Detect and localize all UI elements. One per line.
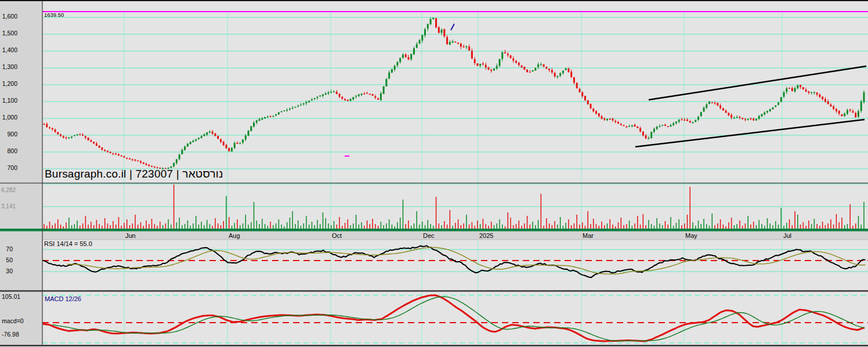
x-axis-label: May bbox=[685, 232, 697, 239]
price-axis-tick: 1,000 bbox=[0, 114, 17, 121]
rsi-title: RSI 14/14 = 55.0 bbox=[44, 240, 92, 247]
x-axis-label: Jun bbox=[125, 232, 136, 239]
macd-zero-label: macd=0 bbox=[2, 318, 24, 325]
x-axis-label: Dec bbox=[423, 232, 435, 239]
rsi-level-30: 30 bbox=[2, 268, 13, 275]
rsi-level-70: 70 bbox=[2, 246, 13, 253]
volume-axis-tick-1: 6,282 bbox=[1, 187, 16, 193]
x-axis-label: Aug bbox=[229, 232, 240, 239]
x-axis-label: 2025 bbox=[479, 232, 493, 239]
price-axis-tick: 800 bbox=[0, 148, 17, 155]
chart-window: 1639.50 Bursagraph.co.il | 723007 | נורס… bbox=[0, 0, 868, 347]
price-axis-tick: 1,500 bbox=[0, 30, 17, 37]
price-axis-tick: 1,100 bbox=[0, 97, 17, 104]
x-axis-label: Oct bbox=[332, 232, 342, 239]
price-axis-tick: 1,200 bbox=[0, 81, 17, 88]
price-axis-tick: 1,300 bbox=[0, 64, 17, 71]
volume-axis-tick-2: 3,141 bbox=[1, 203, 16, 209]
macd-title: MACD 12/26 bbox=[45, 295, 81, 302]
alert-price-label: 1639.50 bbox=[44, 12, 64, 18]
macd-bottom-label: -76.98 bbox=[2, 331, 19, 338]
rsi-level-50: 50 bbox=[2, 257, 13, 264]
price-axis-tick: 1,600 bbox=[0, 13, 17, 20]
price-axis-tick: 900 bbox=[0, 131, 17, 138]
macd-top-label: 105.01 bbox=[2, 294, 20, 301]
price-axis-tick: 1,400 bbox=[0, 47, 17, 54]
x-axis-label: Mar bbox=[583, 232, 594, 239]
watermark: Bursagraph.co.il | 723007 | נורסטאר bbox=[45, 168, 223, 180]
x-axis-label: Jul bbox=[783, 232, 791, 239]
price-axis-tick: 700 bbox=[0, 165, 17, 172]
